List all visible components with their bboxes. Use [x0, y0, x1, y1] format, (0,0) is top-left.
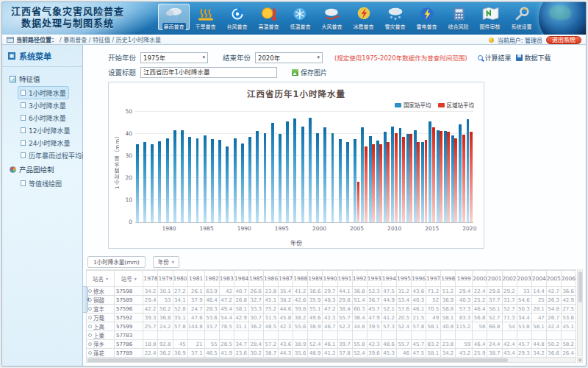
value-cell: 55.8	[352, 340, 367, 349]
radio-icon[interactable]	[88, 298, 92, 302]
toolbar-item-review[interactable]: 图件审核	[474, 4, 506, 30]
sidebar-item-1小时降水量[interactable]: 1小时降水量	[18, 87, 68, 99]
sidebar-item-6小时降水量[interactable]: 6小时降水量	[18, 112, 68, 124]
column-header-station[interactable]: 站名▾	[87, 271, 115, 287]
calculate-button[interactable]: 计算结果	[478, 53, 512, 63]
page-icon	[21, 140, 26, 146]
download-button[interactable]: 数据下载	[516, 53, 551, 63]
value-cell: 37.8	[337, 349, 352, 358]
sidebar-item-24小时降水量[interactable]: 24小时降水量	[18, 137, 72, 149]
radio-icon[interactable]	[88, 351, 92, 355]
value-cell: 53.8	[517, 322, 531, 331]
bar-national-1982	[181, 130, 184, 222]
value-cell: 26.4	[561, 349, 576, 358]
image-icon	[292, 69, 298, 76]
radio-icon[interactable]	[88, 289, 92, 293]
toolbar-item-typhoon[interactable]: 台风普查	[221, 4, 253, 30]
toolbar-item-cold[interactable]: 低温普查	[284, 4, 316, 30]
value-cell: 31.1	[234, 322, 248, 331]
legend-label: 区域站平均	[447, 101, 475, 109]
toolbar-item-lightning[interactable]: 雷电普查	[411, 4, 442, 30]
value-cell	[248, 331, 263, 340]
value-cell: 58.8	[441, 305, 456, 314]
value-cell	[337, 331, 352, 340]
radio-icon[interactable]	[88, 316, 92, 319]
value-cell: 40.8	[441, 322, 456, 331]
column-header-station-id[interactable]: 站号▾	[114, 271, 143, 287]
bar-national-2013	[414, 130, 417, 222]
toolbar: 暴雨普查干旱普查台风普查高温普查低温普查大风普查冰雹普查雪灾普查雷电普查综合风险…	[158, 4, 537, 30]
value-cell: 38.9	[308, 322, 323, 331]
toolbar-item-label: 雪灾普查	[385, 23, 406, 30]
year-filter-select[interactable]: 年份 ▾	[153, 256, 179, 268]
bar-slot-1977	[143, 112, 150, 222]
unit-button[interactable]: 1小时降水量(mm)	[87, 256, 146, 268]
radio-icon[interactable]	[88, 333, 92, 337]
sidebar-item-12小时降水量[interactable]: 12小时降水量	[18, 124, 72, 136]
tree-group-1[interactable]: 产品图绘制	[2, 162, 82, 177]
palette-icon	[10, 166, 16, 173]
scrollbar-thumb[interactable]	[578, 272, 583, 302]
toolbar-item-rainstorm[interactable]: 暴雨普查	[158, 4, 190, 30]
bar-slot-2007	[368, 112, 376, 222]
scrollbar-thumb[interactable]	[87, 358, 508, 363]
bar-slot-2015	[429, 112, 436, 222]
toolbar-item-settings[interactable]: 系统设置	[506, 4, 537, 30]
bar-slot-1996	[285, 112, 293, 222]
toolbar-item-heat[interactable]: 高温普查	[253, 4, 284, 30]
bar-slot-2003	[338, 112, 345, 222]
toolbar-item-snow[interactable]: 雪灾普查	[379, 4, 411, 30]
breadcrumb[interactable]: / 暴雨普查 / 特征值 / 历史1小时降水量	[60, 35, 161, 43]
bar-national-2003	[339, 139, 342, 222]
calculate-button-label: 计算结果	[485, 53, 512, 63]
sidebar-item-3小时降水量[interactable]: 3小时降水量	[18, 99, 68, 111]
legend-item[interactable]: 区域站平均	[438, 101, 475, 109]
bar-regional-2005	[357, 182, 360, 223]
radio-icon[interactable]	[88, 342, 92, 346]
station-name-cell[interactable]: 修水	[87, 287, 115, 296]
tree-group-0[interactable]: 特征值	[2, 71, 82, 86]
radio-icon[interactable]	[88, 307, 92, 311]
bar-national-1998	[301, 127, 304, 222]
value-cell: 37.9	[187, 296, 204, 305]
legend-item[interactable]: 国家站平均	[395, 101, 431, 109]
bar-national-2007	[369, 136, 372, 222]
logout-button[interactable]: 退出系统	[546, 36, 581, 44]
toolbar-item-wind[interactable]: 大风普查	[316, 4, 348, 30]
save-image-button[interactable]: 保存图片	[292, 68, 327, 77]
station-name-cell[interactable]: 宜丰	[87, 305, 115, 314]
station-name-cell[interactable]: 上栗	[87, 331, 115, 340]
chart-legend: 国家站平均区域站平均	[392, 100, 476, 110]
value-cell	[426, 331, 441, 340]
toolbar-item-drought[interactable]: 干旱普查	[190, 4, 221, 30]
chart-title-input[interactable]: 江西省历年1小时降水量	[140, 67, 277, 78]
value-cell: 31.5	[264, 314, 279, 322]
station-name-cell[interactable]: 莲花	[87, 349, 115, 358]
station-name-cell[interactable]: 萍乡	[87, 340, 115, 349]
toolbar-item-risk[interactable]: 综合风险	[442, 4, 474, 30]
toolbar-item-hail[interactable]: 冰雹普查	[348, 4, 379, 30]
sidebar-item-等值线绘图[interactable]: 等值线绘图	[18, 177, 64, 189]
value-cell	[293, 331, 308, 340]
station-name-cell[interactable]: 万载	[87, 314, 115, 322]
value-cell: 28.5	[219, 340, 234, 349]
table-vertical-scrollbar[interactable]	[577, 269, 583, 356]
radio-icon[interactable]	[88, 325, 92, 328]
value-cell: 40.3	[456, 296, 473, 305]
value-cell: 66.8	[487, 322, 502, 331]
sidebar-collapse-handle[interactable]	[83, 286, 88, 313]
download-button-label: 数据下载	[525, 53, 551, 63]
end-year-select[interactable]: 2020年▾	[255, 52, 323, 63]
value-cell: 38.7	[487, 349, 502, 358]
chevron-down-icon: ▾	[318, 54, 320, 60]
table-horizontal-scrollbar[interactable]	[86, 357, 576, 363]
column-header-year-1995: 1995	[396, 271, 411, 287]
start-year-select[interactable]: 1975年▾	[140, 52, 208, 63]
cold-icon	[290, 6, 311, 22]
scroll-down-button[interactable]: ▾	[577, 357, 583, 363]
station-name-cell[interactable]: 铜鼓	[87, 296, 115, 305]
value-cell: 34.7	[234, 340, 248, 349]
breadcrumb-label: 当前路径位置：	[16, 35, 57, 43]
value-cell	[323, 331, 337, 340]
station-name-cell[interactable]: 上高	[87, 322, 115, 331]
